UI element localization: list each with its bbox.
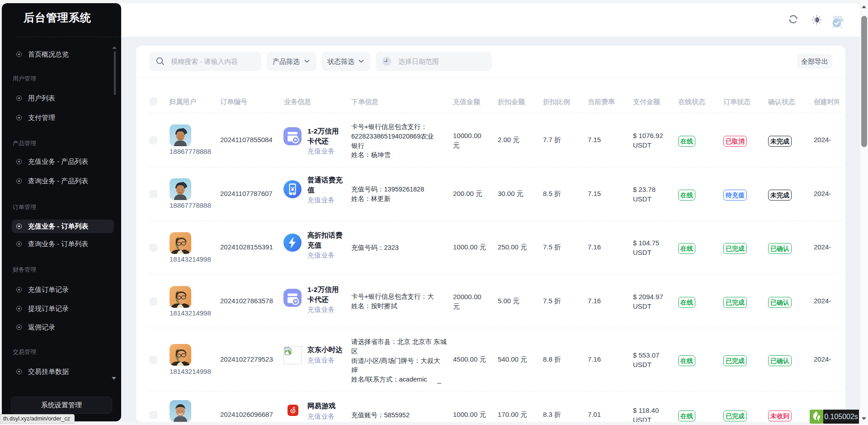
svg-text:¥: ¥ xyxy=(291,186,294,192)
